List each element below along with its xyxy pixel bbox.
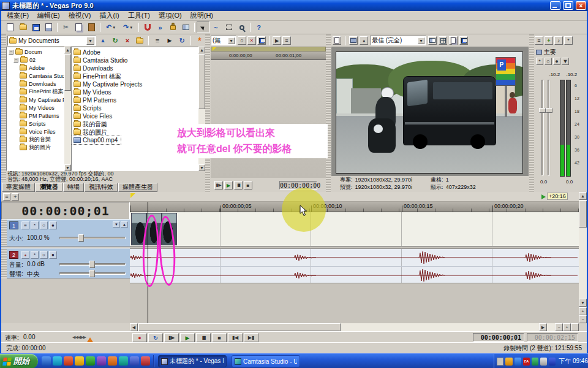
tray-icon-3[interactable] bbox=[532, 358, 538, 366]
cut-button[interactable]: ✂ bbox=[59, 21, 72, 33]
add-to-timeline-button[interactable]: ▶ bbox=[273, 36, 281, 45]
track-size-value[interactable]: 100.0 % bbox=[27, 234, 50, 241]
loop-region-marker-icon[interactable] bbox=[130, 193, 135, 198]
start-preview-button[interactable]: ▶ bbox=[164, 35, 175, 47]
trimmer-stop-button[interactable]: ■ bbox=[244, 181, 252, 190]
auto-ripple-toggle[interactable]: » bbox=[154, 21, 167, 33]
scroll-thumb[interactable] bbox=[138, 323, 341, 331]
track-arm-button[interactable]: ● bbox=[21, 251, 29, 259]
cursor-time-display[interactable]: 00:00:00;01 bbox=[473, 333, 524, 342]
track-header-audio[interactable]: 2 ● * ○ ● 音量: 0.0 dB 聲場: 中央 bbox=[1, 248, 130, 278]
menu-help[interactable]: 說明(H) bbox=[186, 11, 217, 20]
scroll-down-button[interactable]: ▼ bbox=[579, 299, 587, 307]
quality-dropdown-button[interactable]: ▼ bbox=[418, 37, 424, 44]
list-item[interactable]: PM Patterns bbox=[72, 96, 198, 104]
record-button[interactable]: ● bbox=[132, 333, 147, 342]
fit-to-window-button[interactable]: ≡ bbox=[282, 36, 291, 45]
minimize-button[interactable] bbox=[550, 1, 560, 10]
track-fx-button[interactable]: * bbox=[31, 251, 39, 259]
tree-item[interactable]: Voice Files bbox=[7, 128, 64, 136]
address-dropdown-button[interactable]: ▼ bbox=[86, 37, 94, 45]
open-button[interactable] bbox=[17, 21, 29, 33]
quick-launch-icon-7[interactable] bbox=[108, 356, 117, 366]
window-titlebar[interactable]: 未標題的 * - Vegas Pro 9.0 × bbox=[0, 0, 588, 11]
track-header-video[interactable]: 1 ≡ * ○ ● ▼ ▲ 大小: 100.0 % bbox=[1, 220, 130, 247]
scroll-up-button[interactable]: ▲ bbox=[198, 47, 205, 53]
project-properties-button[interactable] bbox=[42, 21, 55, 33]
trimmer-clear-button[interactable]: × bbox=[247, 36, 256, 45]
timeline-zoom-in-button[interactable]: + bbox=[563, 323, 571, 331]
quick-launch-icon-4[interactable] bbox=[75, 356, 84, 366]
delete-button[interactable]: × bbox=[122, 35, 133, 47]
tree-item[interactable]: Scripts bbox=[7, 120, 64, 128]
track-mute-button[interactable]: ○ bbox=[40, 221, 48, 229]
taskbar-task-vegas[interactable]: 未標題的 * - Vegas P... bbox=[158, 355, 227, 367]
bus-downmix-button[interactable]: ▼ bbox=[562, 58, 569, 65]
quick-launch-icon-8[interactable] bbox=[119, 356, 128, 366]
scroll-up-button[interactable]: ▲ bbox=[579, 192, 587, 200]
quick-launch-icon-5[interactable] bbox=[86, 356, 95, 366]
tree-item[interactable]: My Captivate Projects bbox=[7, 96, 64, 104]
tray-icon-5[interactable] bbox=[549, 358, 556, 366]
list-item[interactable]: FinePrint 檔案 bbox=[72, 72, 198, 80]
zoom-edit-tool[interactable] bbox=[235, 21, 248, 33]
paste-button[interactable] bbox=[85, 21, 98, 33]
scroll-right-button[interactable]: ▶ bbox=[539, 323, 547, 331]
tab-transitions[interactable]: 轉場 bbox=[63, 183, 84, 192]
menu-file[interactable]: 檔案(F) bbox=[2, 11, 33, 20]
new-project-button[interactable] bbox=[4, 21, 17, 33]
normal-edit-tool[interactable] bbox=[197, 21, 209, 33]
trimmer-ruler[interactable]: 0:00:00;00 00:00:01;00 bbox=[211, 52, 326, 60]
marker-flag-icon[interactable] bbox=[541, 194, 546, 199]
track-size-slider[interactable] bbox=[59, 237, 126, 239]
up-one-level-button[interactable]: ▲ bbox=[97, 35, 108, 47]
timeline-time-display[interactable]: 00:00:00;01 bbox=[1, 202, 130, 220]
tree-scrollbar[interactable]: ▲ ▼ bbox=[64, 47, 71, 171]
trimmer-history-dropdown[interactable]: (無 ▼ bbox=[211, 36, 236, 45]
tab-media-generators[interactable]: 媒體產生器 bbox=[118, 183, 157, 192]
insert-audio-bus-button[interactable]: ≡ bbox=[535, 36, 543, 45]
mixer-properties-button[interactable]: * bbox=[564, 36, 573, 45]
master-fader-track-right[interactable] bbox=[548, 80, 550, 175]
history-dropdown-button[interactable]: ▼ bbox=[228, 37, 235, 44]
tree-item[interactable]: FinePrint 檔案 bbox=[7, 88, 64, 96]
envelope-edit-tool[interactable]: ~ bbox=[209, 21, 222, 33]
rate-value[interactable]: 0.00 bbox=[23, 334, 35, 340]
lock-envelopes-toggle[interactable] bbox=[167, 21, 179, 33]
expander-icon[interactable]: − bbox=[13, 58, 18, 63]
track-volume-slider-handle[interactable] bbox=[89, 261, 95, 268]
tree-item[interactable]: −Docum bbox=[7, 48, 64, 56]
grid-overlay-button[interactable] bbox=[439, 36, 447, 45]
tray-icon-2[interactable] bbox=[514, 358, 521, 366]
menu-tools[interactable]: 工具(T) bbox=[124, 11, 154, 20]
video-track-row[interactable] bbox=[130, 212, 579, 247]
trimmer-play-button[interactable]: ▶ bbox=[224, 181, 233, 190]
save-button[interactable] bbox=[29, 21, 42, 33]
menu-edit[interactable]: 編輯(E) bbox=[33, 11, 64, 20]
marker-insert-button[interactable]: + bbox=[12, 193, 19, 201]
tray-clock[interactable]: 下午 09:46 bbox=[559, 357, 588, 366]
trimmer-play-start-button[interactable]: ▮▶ bbox=[214, 181, 223, 190]
quick-launch-icon-1[interactable] bbox=[42, 356, 51, 366]
track-minimize-button[interactable]: ▼ bbox=[113, 221, 120, 228]
trimmer-marker-bar[interactable] bbox=[211, 47, 326, 52]
track-volume-value[interactable]: 0.0 dB bbox=[27, 261, 45, 267]
mixer-grip[interactable] bbox=[529, 34, 534, 192]
language-bar[interactable] bbox=[497, 358, 503, 366]
play-from-start-button[interactable]: ▮▶ bbox=[164, 333, 179, 342]
pause-button[interactable]: ▮▮ bbox=[196, 333, 211, 342]
go-to-end-button[interactable]: ▶▮ bbox=[244, 333, 258, 342]
media-manager-button[interactable]: * bbox=[194, 35, 205, 47]
tree-item[interactable]: 我的音樂 bbox=[7, 136, 64, 144]
menu-options[interactable]: 選項(O) bbox=[154, 11, 186, 20]
list-item[interactable]: Camtasia Studio bbox=[72, 56, 198, 64]
refresh-button[interactable]: ↻ bbox=[110, 35, 121, 47]
master-fader-handle-left[interactable] bbox=[539, 108, 546, 113]
insert-fx-button[interactable]: + bbox=[545, 36, 553, 45]
bus-fx-button[interactable]: * bbox=[536, 58, 543, 65]
trimmer-pause-button[interactable]: ▮▮ bbox=[234, 181, 243, 190]
split-screen-button[interactable] bbox=[428, 36, 437, 45]
rate-scrub-control[interactable]: ◀◀◀▶▶ bbox=[72, 335, 86, 340]
snapshot-save-button[interactable] bbox=[459, 36, 468, 45]
ignore-grouping-toggle[interactable] bbox=[179, 21, 192, 33]
